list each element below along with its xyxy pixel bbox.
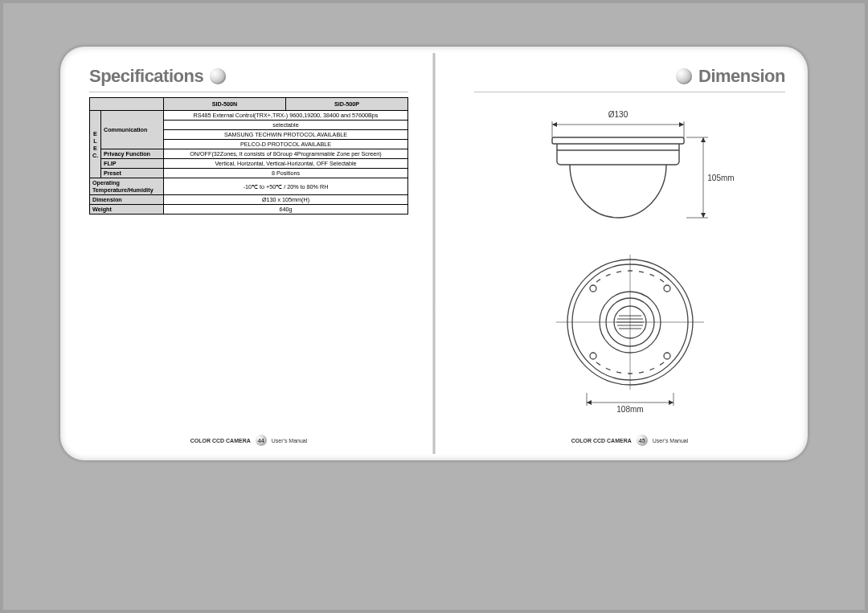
- table-row: Preset 8 Positions: [90, 169, 408, 178]
- communication-label: Communication: [101, 111, 164, 149]
- preset-val: 8 Positions: [164, 169, 408, 178]
- flip-label: FLIP: [101, 159, 164, 169]
- height-label: 105mm: [707, 174, 734, 182]
- specs-title: Specifications: [89, 66, 203, 87]
- dimension-title: Dimension: [698, 66, 785, 87]
- dimension-label: Dimension: [90, 195, 164, 205]
- svg-point-22: [590, 285, 596, 292]
- dimension-header: Dimension: [474, 66, 785, 92]
- left-footer: COLOR CCD CAMERA 44 User's Manual: [89, 435, 408, 446]
- dome-bottom-view: 108mm: [550, 250, 710, 415]
- footer-brand: COLOR CCD CAMERA: [571, 438, 632, 443]
- weight-label: Weight: [90, 205, 164, 215]
- svg-marker-8: [701, 137, 706, 142]
- communication-l3: SAMSUNG TECHWIN PROTOCOL AVAILABLE: [164, 130, 408, 140]
- svg-point-23: [664, 285, 670, 292]
- left-page-number: 44: [256, 435, 267, 446]
- model-a-header: SID-500N: [164, 98, 286, 111]
- footer-text: User's Manual: [653, 438, 689, 443]
- table-row: ELEC. Communication RS485 External Contr…: [90, 111, 408, 121]
- left-page: Specifications SID-500N SID-500P ELEC.: [60, 47, 434, 460]
- privacy-label: Privacy Function: [101, 149, 164, 159]
- table-row: Dimension Ø130 x 105mm(H): [90, 195, 408, 205]
- dome-side-view: Ø130 105mm: [522, 105, 739, 226]
- specs-table: SID-500N SID-500P ELEC. Communication RS…: [89, 97, 408, 215]
- page-spread: Specifications SID-500N SID-500P ELEC.: [60, 47, 808, 460]
- base-label: 108mm: [616, 405, 643, 414]
- right-page: Dimension Ø130: [434, 47, 808, 460]
- preset-label: Preset: [101, 169, 164, 178]
- table-row: Privacy Function ON/OFF(32Zones, It cons…: [90, 149, 408, 159]
- dimension-diagrams: Ø130 105mm: [474, 97, 785, 435]
- weight-val: 640g: [164, 205, 408, 215]
- corner-cell: [90, 98, 164, 111]
- table-header-row: SID-500N SID-500P: [90, 98, 408, 111]
- table-row: Weight 640g: [90, 205, 408, 215]
- right-page-number: 45: [637, 435, 648, 446]
- privacy-val: ON/OFF(32Zones, It consists of 8Group 4P…: [164, 149, 408, 159]
- communication-l4: PELCO-D PROTOCOL AVAILABLE: [164, 140, 408, 149]
- footer-text: User's Manual: [272, 438, 308, 443]
- svg-marker-9: [701, 213, 706, 218]
- temp-label: Operating Temperature/Humidity: [90, 178, 164, 195]
- dimension-val: Ø130 x 105mm(H): [164, 195, 408, 205]
- svg-marker-32: [669, 400, 674, 405]
- svg-rect-10: [552, 137, 684, 144]
- flip-val: Vertical, Horizontal, Vertical-Horizonta…: [164, 159, 408, 169]
- model-b-header: SID-500P: [286, 98, 408, 111]
- dia-label: Ø130: [608, 110, 628, 119]
- communication-l2: selectable: [164, 121, 408, 130]
- specs-header: Specifications: [89, 66, 408, 92]
- sphere-icon: [676, 68, 692, 84]
- table-row: FLIP Vertical, Horizontal, Vertical-Hori…: [90, 159, 408, 169]
- communication-l1: RS485 External Control(TRX+,TRX-) 9600,1…: [164, 111, 408, 121]
- temp-label-2: Temperature/Humidity: [92, 186, 154, 194]
- elec-group-label: ELEC.: [90, 111, 101, 178]
- sphere-icon: [210, 68, 226, 84]
- svg-marker-31: [587, 400, 592, 405]
- svg-point-24: [590, 353, 596, 359]
- right-footer: COLOR CCD CAMERA 45 User's Manual: [474, 435, 785, 446]
- temp-label-1: Operating: [92, 179, 120, 186]
- svg-marker-3: [552, 122, 557, 127]
- table-row: Operating Temperature/Humidity -10℃ to +…: [90, 178, 408, 195]
- svg-point-25: [664, 353, 670, 359]
- svg-marker-4: [679, 122, 684, 127]
- footer-brand: COLOR CCD CAMERA: [190, 438, 251, 443]
- temp-val: -10℃ to +50℃ / 20% to 80% RH: [164, 178, 408, 195]
